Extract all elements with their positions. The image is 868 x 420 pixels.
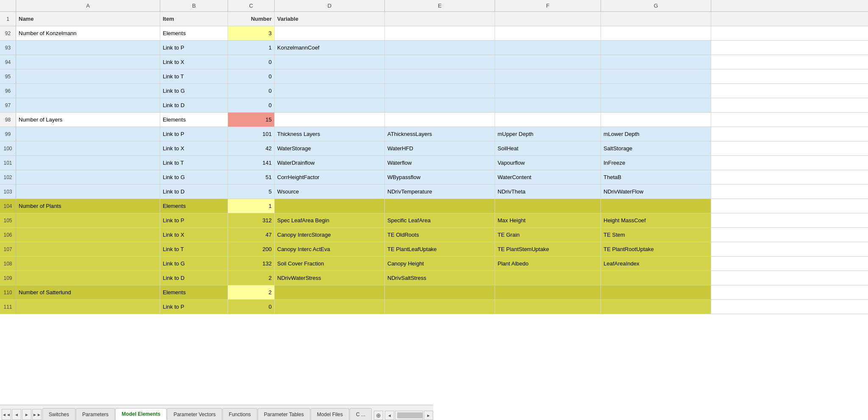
cell-a[interactable]: Number of Konzelmann xyxy=(16,26,160,40)
cell-g[interactable] xyxy=(601,26,711,40)
cell-a[interactable] xyxy=(16,185,160,199)
tab-nav-next[interactable]: ► xyxy=(22,409,31,420)
col-header-d[interactable]: D xyxy=(275,0,385,11)
cell-f[interactable] xyxy=(495,84,601,98)
cell-f[interactable]: TE PlantStemUptake xyxy=(495,242,601,256)
col-header-b[interactable]: B xyxy=(160,0,228,11)
cell-f[interactable]: mUpper Depth xyxy=(495,127,601,141)
table-row[interactable]: 93 Link to P 1 KonzelmannCoef xyxy=(0,41,868,55)
cell-d[interactable] xyxy=(275,98,385,112)
cell-a[interactable] xyxy=(16,170,160,184)
cell-e[interactable]: WaterHFD xyxy=(385,141,495,155)
cell-g[interactable] xyxy=(601,285,711,299)
cell-a[interactable] xyxy=(16,55,160,69)
cell-f[interactable]: Max Height xyxy=(495,213,601,227)
cell-d[interactable]: Canopy Interc ActEva xyxy=(275,242,385,256)
col-header-f[interactable]: F xyxy=(495,0,601,11)
cell-b[interactable]: Link to D xyxy=(160,271,228,285)
cell-f[interactable]: WaterContent xyxy=(495,170,601,184)
table-row[interactable]: 94 Link to X 0 xyxy=(0,55,868,69)
cell-b[interactable]: Link to P xyxy=(160,300,228,314)
cell-g[interactable]: LeafAreaIndex xyxy=(601,257,711,271)
cell-c[interactable]: 141 xyxy=(228,156,275,170)
cell-d[interactable] xyxy=(275,55,385,69)
cell-f[interactable] xyxy=(495,113,601,127)
cell-c[interactable]: 1 xyxy=(228,199,275,213)
table-row[interactable]: 100 Link to X 42 WaterStorage WaterHFD S… xyxy=(0,141,868,156)
cell-g[interactable]: TE Stem xyxy=(601,228,711,242)
cell-g[interactable]: Height MassCoef xyxy=(601,213,711,227)
cell-f[interactable]: SoilHeat xyxy=(495,141,601,155)
cell-f[interactable]: Plant Albedo xyxy=(495,257,601,271)
table-row[interactable]: 97 Link to D 0 xyxy=(0,98,868,113)
cell-e[interactable] xyxy=(385,98,495,112)
tab-inactive[interactable]: Functions xyxy=(223,408,257,420)
table-row[interactable]: 110 Number of Satterlund Elements 2 xyxy=(0,285,868,300)
cell-b[interactable]: Link to D xyxy=(160,98,228,112)
table-row[interactable]: 104 Number of Plants Elements 1 xyxy=(0,199,868,213)
cell-a[interactable] xyxy=(16,213,160,227)
cell-g[interactable]: NDrivWaterFlow xyxy=(601,185,711,199)
cell-d[interactable]: Soil Cover Fraction xyxy=(275,257,385,271)
cell-d[interactable]: NDrivWaterStress xyxy=(275,271,385,285)
tab-inactive[interactable]: Parameter Tables xyxy=(258,408,310,420)
cell-f[interactable] xyxy=(495,69,601,83)
cell-g[interactable] xyxy=(601,271,711,285)
tab-inactive[interactable]: Model Files xyxy=(311,408,349,420)
cell-b[interactable]: Link to G xyxy=(160,84,228,98)
cell-e[interactable] xyxy=(385,41,495,55)
cell-a[interactable] xyxy=(16,127,160,141)
cell-b[interactable]: Link to T xyxy=(160,69,228,83)
cell-c[interactable]: 200 xyxy=(228,242,275,256)
cell-e[interactable]: AThicknessLayers xyxy=(385,127,495,141)
tab-inactive[interactable]: Parameter Vectors xyxy=(167,408,222,420)
cell-f[interactable] xyxy=(495,271,601,285)
cell-b[interactable]: Elements xyxy=(160,113,228,127)
cell-c[interactable]: 0 xyxy=(228,55,275,69)
cell-a[interactable] xyxy=(16,69,160,83)
cell-a[interactable]: Number of Plants xyxy=(16,199,160,213)
cell-d[interactable]: Spec LeafArea Begin xyxy=(275,213,385,227)
cell-d[interactable]: Canopy IntercStorage xyxy=(275,228,385,242)
cell-f[interactable]: NDrivTheta xyxy=(495,185,601,199)
cell-a[interactable] xyxy=(16,271,160,285)
cell-f[interactable] xyxy=(495,41,601,55)
table-row[interactable]: 98 Number of Layers Elements 15 xyxy=(0,113,868,127)
cell-a[interactable] xyxy=(16,41,160,55)
cell-c[interactable]: 101 xyxy=(228,127,275,141)
cell-a[interactable] xyxy=(16,228,160,242)
tab-inactive[interactable]: Switches xyxy=(42,408,75,420)
cell-d[interactable] xyxy=(275,113,385,127)
cell-b[interactable]: Link to G xyxy=(160,170,228,184)
cell-e[interactable]: NDrivSaltStress xyxy=(385,271,495,285)
cell-c[interactable]: 0 xyxy=(228,300,275,314)
cell-c[interactable]: 0 xyxy=(228,84,275,98)
cell-e[interactable] xyxy=(385,113,495,127)
cell-c[interactable]: 51 xyxy=(228,170,275,184)
table-row[interactable]: 103 Link to D 5 Wsource NDrivTemperature… xyxy=(0,185,868,199)
cell-e[interactable] xyxy=(385,199,495,213)
cell-g[interactable]: TE PlantRootUptake xyxy=(601,242,711,256)
cell-d[interactable]: KonzelmannCoef xyxy=(275,41,385,55)
cell-a[interactable] xyxy=(16,242,160,256)
col-header-c[interactable]: C xyxy=(228,0,275,11)
cell-f[interactable] xyxy=(495,55,601,69)
cell-b[interactable]: Link to P xyxy=(160,127,228,141)
table-row[interactable]: 92 Number of Konzelmann Elements 3 xyxy=(0,26,868,41)
cell-d[interactable]: WaterDrainflow xyxy=(275,156,385,170)
tab-inactive[interactable]: Parameters xyxy=(76,408,115,420)
cell-c[interactable]: 15 xyxy=(228,113,275,127)
tab-nav-next-next[interactable]: ►► xyxy=(32,409,42,420)
cell-d[interactable]: Wsource xyxy=(275,185,385,199)
cell-a[interactable] xyxy=(16,84,160,98)
cell-e[interactable] xyxy=(385,55,495,69)
cell-d[interactable]: Thickness Layers xyxy=(275,127,385,141)
cell-c[interactable]: 3 xyxy=(228,26,275,40)
table-row[interactable]: 108 Link to G 132 Soil Cover Fraction Ca… xyxy=(0,257,868,271)
tab-scroll-right[interactable]: ► xyxy=(424,411,433,420)
cell-f[interactable]: TE Grain xyxy=(495,228,601,242)
cell-g[interactable] xyxy=(601,41,711,55)
cell-b[interactable]: Link to T xyxy=(160,242,228,256)
cell-b[interactable]: Link to X xyxy=(160,55,228,69)
cell-g[interactable] xyxy=(601,113,711,127)
